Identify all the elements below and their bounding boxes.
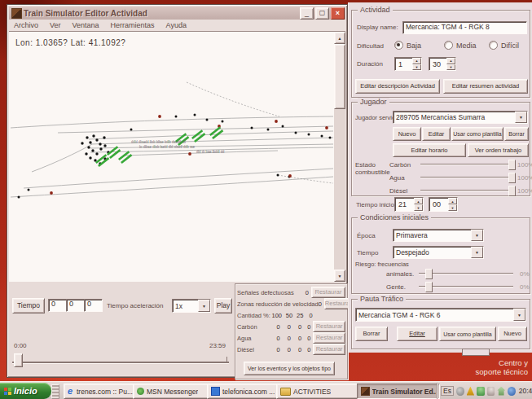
up-arrow-icon: ▲ xyxy=(446,58,455,64)
dropdown-arrow-icon[interactable]: ▼ xyxy=(198,300,210,312)
service-new-button[interactable]: Nuevo xyxy=(393,127,421,141)
time-slider-thumb[interactable] xyxy=(14,353,23,367)
tiempo-combo[interactable]: Despejado ▼ xyxy=(393,246,484,259)
duration-hours-spinner[interactable]: 1 ▲▼ xyxy=(394,57,422,71)
start-time-hours-spinner[interactable]: 21 ▲▼ xyxy=(394,197,424,212)
taskbar-button-telefonica[interactable]: telefonica.com ... xyxy=(207,384,280,399)
col-25: 25 xyxy=(292,312,303,319)
slider-thumb[interactable] xyxy=(508,173,516,183)
radio-baja[interactable]: Baja xyxy=(394,41,421,50)
cell: 0 xyxy=(280,346,291,353)
tray-icon-user-green[interactable] xyxy=(477,387,485,396)
row-label: Diésel xyxy=(237,346,268,353)
svg-text:ılıllıl ıllıselıl llıılı lılls: ılıllıl ıllıselıl llıılı lıllse lıılllı … xyxy=(131,140,186,144)
menu-ver[interactable]: Ver xyxy=(50,21,61,29)
restore-button[interactable]: Restaurar xyxy=(313,344,345,355)
spinner-arrows[interactable]: ▲▼ xyxy=(412,58,421,70)
time-field-hours[interactable]: 0 xyxy=(48,299,67,312)
tray-icon-globe[interactable] xyxy=(508,387,516,396)
slider-thumb[interactable] xyxy=(508,186,516,196)
restore-button[interactable]: Restaurar xyxy=(313,321,345,332)
route-map[interactable]: Lon: 1.0365? Lat: 41.1092? xyxy=(9,32,335,282)
tray-clock[interactable]: 20:43 xyxy=(519,387,532,395)
radio-dot xyxy=(394,41,403,50)
group-legend: Condiciones iniciales xyxy=(358,213,431,221)
menu-ayuda[interactable]: Ayuda xyxy=(166,21,187,29)
scroll-thumb[interactable] xyxy=(334,44,345,109)
view-work-order-button[interactable]: Ver orden trabajo xyxy=(468,143,529,157)
group-legend: Jugador xyxy=(358,98,389,106)
menu-herramientas[interactable]: Herramientas xyxy=(111,21,155,29)
restore-button[interactable]: Restaurar xyxy=(311,287,345,298)
epoca-combo[interactable]: Primavera ▼ xyxy=(393,229,484,242)
taskbar-button-train-simulator[interactable]: Train Simulator Ed... xyxy=(357,384,440,399)
quicklaunch-divider[interactable] xyxy=(51,384,59,399)
tray-icon-network[interactable] xyxy=(497,387,505,396)
scroll-up-button[interactable]: ▲ xyxy=(334,32,345,44)
dropdown-arrow-icon[interactable]: ▼ xyxy=(515,112,527,123)
radio-dificil[interactable]: Difícil xyxy=(489,41,519,50)
carbon-slider[interactable] xyxy=(420,159,515,169)
slider-thumb[interactable] xyxy=(425,269,433,279)
webpage-icon xyxy=(211,387,220,396)
map-vertical-scrollbar[interactable]: ▲ ▼ xyxy=(334,32,345,282)
spinner-arrows[interactable]: ▲▼ xyxy=(414,198,423,211)
activity-time-slider[interactable] xyxy=(12,352,229,368)
spinner-arrows[interactable]: ▲▼ xyxy=(448,198,457,211)
gente-slider[interactable] xyxy=(419,281,513,292)
scroll-down-button[interactable]: ▼ xyxy=(334,270,345,282)
agua-slider[interactable] xyxy=(420,172,515,182)
title-bar[interactable]: Train Simulator Editor Actividad _ ▢ × xyxy=(9,7,345,20)
close-button[interactable]: × xyxy=(331,7,345,20)
time-field-seconds[interactable]: 0 xyxy=(84,299,103,312)
edit-summary-button[interactable]: Editar resumen actividad xyxy=(443,79,528,94)
service-delete-button[interactable]: Borrar xyxy=(504,127,529,141)
spinner-arrows[interactable]: ▲▼ xyxy=(446,58,455,70)
taskbar-button-trenes[interactable]: e trenes.com :: Pu... xyxy=(64,384,137,399)
start-button[interactable]: Inicio xyxy=(0,383,51,399)
tray-icon-user-gray[interactable] xyxy=(487,387,495,396)
view-events-button[interactable]: Ver los eventos y los objetos tipo xyxy=(244,362,335,375)
epoca-label: Época xyxy=(357,232,376,239)
start-time-minutes-spinner[interactable]: 00 ▲▼ xyxy=(429,197,458,212)
maximize-button[interactable]: ▢ xyxy=(315,7,329,20)
menu-archivo[interactable]: Archivo xyxy=(14,21,38,29)
pauta-template-button[interactable]: Usar como plantilla xyxy=(439,327,496,341)
play-button[interactable]: Play xyxy=(214,298,232,314)
task-label: MSN Messenger xyxy=(147,388,198,396)
edit-description-button[interactable]: Editar descripción Actividad xyxy=(355,79,440,94)
minimize-button[interactable]: _ xyxy=(300,7,314,20)
status-row: Diésel 0 0 0 0 Restaurar xyxy=(237,344,345,355)
col-100: 100 xyxy=(270,312,282,319)
internet-explorer-icon: e xyxy=(68,387,74,396)
pauta-delete-button[interactable]: Borrar xyxy=(355,327,388,341)
slider-thumb[interactable] xyxy=(508,160,516,170)
diesel-slider[interactable] xyxy=(420,185,515,195)
service-template-button[interactable]: Usar como plantilla xyxy=(451,127,503,141)
pauta-combo[interactable]: Mercancia TGM 4 - RGK 6 ▼ xyxy=(355,308,526,322)
display-name-input[interactable]: Mercancia: TGM 4 - RGK 8 xyxy=(402,21,527,34)
tiempo-button[interactable]: Tiempo xyxy=(12,298,45,314)
restore-button[interactable]: Restaurar xyxy=(313,332,345,344)
up-arrow-icon: ▲ xyxy=(448,198,457,204)
tray-icon-alert[interactable] xyxy=(467,387,475,396)
taskbar-button-msn[interactable]: MSN Messenger xyxy=(133,384,211,399)
edit-schedule-button[interactable]: Editar horario xyxy=(393,143,466,157)
pauta-new-button[interactable]: Nuevo xyxy=(498,327,527,341)
dropdown-arrow-icon[interactable]: ▼ xyxy=(471,247,483,258)
service-edit-button[interactable]: Editar xyxy=(422,127,451,141)
radio-media[interactable]: Media xyxy=(444,41,477,50)
taskbar-button-activities[interactable]: ACTIVITIES xyxy=(276,384,361,399)
duration-minutes-spinner[interactable]: 30 ▲▼ xyxy=(429,57,456,71)
accel-combo[interactable]: 1x ▼ xyxy=(172,299,211,313)
menu-ventana[interactable]: Ventana xyxy=(73,21,99,29)
pauta-edit-button[interactable]: Editar xyxy=(397,327,437,341)
jugador-servicio-combo[interactable]: 289705 Mercancias Sumarra ▼ xyxy=(393,111,528,124)
dropdown-arrow-icon[interactable]: ▼ xyxy=(513,309,525,321)
dropdown-arrow-icon[interactable]: ▼ xyxy=(471,230,483,241)
tray-language-indicator[interactable]: Es xyxy=(441,386,454,396)
animales-slider[interactable] xyxy=(419,268,513,278)
slider-thumb[interactable] xyxy=(425,282,433,292)
tray-icon-messenger-status[interactable] xyxy=(456,387,464,396)
time-field-minutes[interactable]: 0 xyxy=(66,299,85,312)
